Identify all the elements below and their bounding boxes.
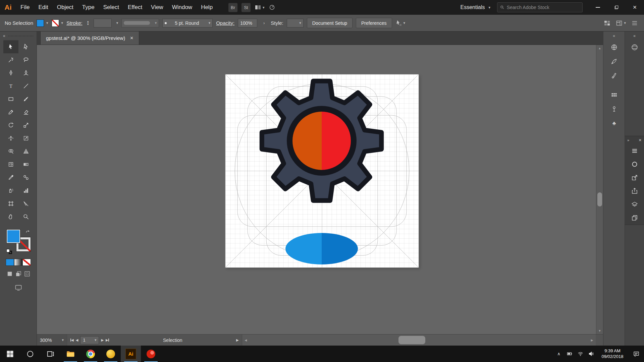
vertical-scroll-thumb[interactable] [597,192,602,206]
illustrator-taskbar-button[interactable]: Ai [121,346,141,362]
bridge-icon[interactable]: Br [228,3,237,12]
scroll-down-icon[interactable]: ▼ [598,327,601,334]
brush-definition-dropdown[interactable]: 5 pt. Round ▾ [162,19,213,27]
scroll-left-icon[interactable]: ◀ [242,335,250,346]
puppet-warp-panel-icon[interactable] [603,102,625,116]
expand-panel-icon[interactable]: » [627,138,629,142]
menu-window[interactable]: Window [168,0,197,15]
close-panel-icon[interactable]: ✕ [639,138,642,142]
default-fill-stroke-button[interactable] [6,249,12,254]
panel-list-icon[interactable] [631,20,638,26]
gpu-performance-icon[interactable] [269,4,275,11]
color-panel-icon[interactable] [625,158,644,171]
scroll-right-icon[interactable]: ▶ [588,335,596,346]
lasso-tool[interactable] [18,53,34,66]
vertical-scrollbar[interactable]: ▲ ▼ [596,45,603,334]
file-explorer-button[interactable] [60,346,80,362]
scroll-up-icon[interactable]: ▲ [598,45,601,52]
previous-artboard-button[interactable]: ◀ [76,338,78,342]
menu-view[interactable]: View [147,0,168,15]
canvas[interactable]: ▲ ▼ [37,45,603,334]
taskbar-clock[interactable]: 9:39 AM 09/02/2018 [596,346,629,362]
draw-behind-icon[interactable] [15,270,22,279]
tray-overflow-icon[interactable]: ∧ [553,346,564,362]
search-input[interactable] [507,5,580,10]
layers-panel-icon[interactable] [625,198,644,211]
variable-width-profile-dropdown[interactable]: ▾ [121,19,159,27]
perspective-grid-tool[interactable] [18,145,34,158]
free-transform-tool[interactable] [18,132,34,145]
color-button[interactable] [6,259,14,266]
shape-builder-tool[interactable] [3,145,18,158]
zoom-tool[interactable] [18,210,34,223]
wifi-icon[interactable] [575,346,586,362]
fill-color-box[interactable] [6,229,20,243]
document-tab[interactable]: gpstest.ai* @ 300% (RGB/Preview) ✕ [40,32,139,45]
stepper-down-icon[interactable]: ▼ [86,23,90,25]
cortana-button[interactable] [20,346,40,362]
shaper-tool[interactable] [3,106,18,119]
opacity-panel-link[interactable]: Opacity: [216,20,234,26]
stroke-weight-stepper[interactable]: ▲ ▼ [86,20,90,25]
opacity-flyout-button[interactable]: › [261,19,267,27]
opacity-field[interactable]: 100% [238,19,257,27]
magic-wand-tool[interactable] [3,53,18,66]
artboard-number-dropdown[interactable]: 1 ▾ [80,336,99,344]
draw-inside-icon[interactable] [24,270,31,279]
zoom-level-dropdown[interactable]: 300% ▾ [37,335,67,346]
rectangle-tool[interactable] [3,93,18,106]
style-dropdown[interactable]: ▾ [287,19,304,27]
menu-effect[interactable]: Effect [123,0,147,15]
direct-selection-tool[interactable] [18,40,34,53]
volume-icon[interactable] [586,346,596,362]
action-center-icon[interactable] [629,346,644,362]
symbol-sprayer-tool[interactable] [3,184,18,197]
screen-mode-button[interactable] [15,284,22,293]
gradient-button[interactable] [14,259,22,266]
gradient-tool[interactable] [18,158,34,171]
stock-icon[interactable]: St [241,3,251,12]
workspace-layout-icon[interactable]: ▾ [616,20,626,26]
links-panel-icon[interactable] [625,171,644,184]
stroke-color-dropdown[interactable]: ▾ [52,19,63,27]
line-segment-tool[interactable] [18,79,34,93]
menu-type[interactable]: Type [78,0,99,15]
arrange-documents-button[interactable]: ▾ [255,4,265,11]
hand-tool[interactable] [3,210,18,223]
preferences-button[interactable]: Preferences [356,18,392,28]
swap-fill-stroke-icon[interactable] [25,229,30,235]
arrange-windows-icon[interactable] [604,20,610,26]
none-button[interactable] [22,259,31,266]
eyedropper-tool[interactable] [3,171,18,184]
menu-file[interactable]: File [16,0,34,15]
scale-tool[interactable] [18,119,34,132]
status-flyout-button[interactable]: ▶ [233,335,242,346]
mesh-tool[interactable] [3,158,18,171]
menu-select[interactable]: Select [99,0,123,15]
document-setup-button[interactable]: Document Setup [307,18,353,28]
type-tool[interactable]: T [3,79,18,93]
curvature-tool[interactable] [18,66,34,79]
rotate-tool[interactable] [3,119,18,132]
width-tool[interactable] [3,132,18,145]
panel-grip[interactable] [8,35,34,37]
cc-libraries-panel-icon[interactable] [603,40,625,54]
menu-object[interactable]: Object [53,0,78,15]
battery-icon[interactable] [564,346,575,362]
creative-cloud-icon[interactable] [625,40,644,54]
select-similar-objects-button[interactable]: ▾ [395,20,406,26]
fill-color-dropdown[interactable]: ▾ [37,19,48,27]
minimize-button[interactable] [589,0,607,15]
horizontal-scrollbar[interactable]: ◀ ▶ [242,335,596,346]
dock-collapse-icon[interactable]: « [603,32,625,40]
eraser-tool[interactable] [18,106,34,119]
selection-tool[interactable] [3,40,18,53]
artboard[interactable] [225,74,419,267]
menu-help[interactable]: Help [197,0,217,15]
slice-tool[interactable] [18,197,34,210]
paintbrush-tool[interactable] [18,93,34,106]
vertical-scroll-track[interactable] [596,52,603,327]
image-trace-panel-icon[interactable] [603,68,625,82]
close-tab-icon[interactable]: ✕ [130,36,133,41]
swatches-panel-icon[interactable] [603,88,625,102]
